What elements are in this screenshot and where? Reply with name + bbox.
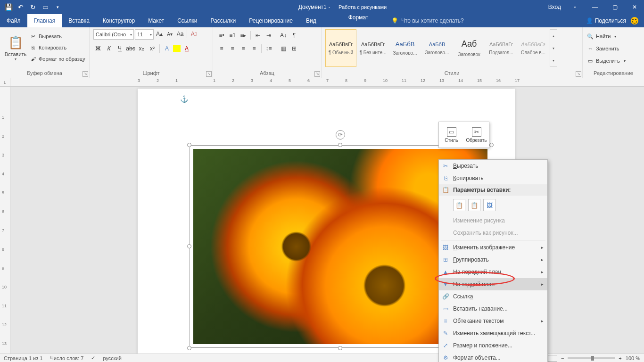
resize-handle-n[interactable] xyxy=(338,143,342,147)
italic-button[interactable]: К xyxy=(104,44,114,53)
resize-handle-nw[interactable] xyxy=(187,143,191,147)
paste-button[interactable]: 📋 Вставить ▾ xyxy=(4,29,27,67)
ctx-edit-image[interactable]: 🖼Изменить изображение▸ xyxy=(439,241,547,254)
redo-icon[interactable]: ↻ xyxy=(27,1,39,13)
maximize-icon[interactable]: ▢ xyxy=(605,0,624,14)
styles-dialog-launcher[interactable]: ↘ xyxy=(576,71,581,77)
superscript-button[interactable]: x² xyxy=(148,44,157,53)
style-subtitle[interactable]: АаБбВвГгПодзагол... xyxy=(486,29,517,67)
horizontal-ruler[interactable]: 3211234567891011121314151617 xyxy=(10,78,644,87)
tab-references[interactable]: Ссылки xyxy=(171,14,204,27)
format-painter-button[interactable]: 🖌Формат по образцу xyxy=(29,54,85,64)
ribbon-options-icon[interactable]: ▫ xyxy=(566,0,585,14)
qat-more-icon[interactable]: ▾ xyxy=(52,1,63,13)
bold-button[interactable]: Ж xyxy=(93,44,103,53)
new-doc-icon[interactable]: ▭ xyxy=(40,1,51,13)
align-center-icon[interactable]: ≡ xyxy=(228,44,237,53)
font-size-combo[interactable]: 11 xyxy=(135,29,154,40)
increase-indent-icon[interactable]: ⇥ xyxy=(264,31,273,40)
subscript-button[interactable]: x₂ xyxy=(137,44,146,53)
tab-mailings[interactable]: Рассылки xyxy=(204,14,242,27)
align-left-icon[interactable]: ≡ xyxy=(217,44,226,53)
ctx-size-position[interactable]: ⤢Размер и положение... xyxy=(439,339,547,352)
share-button[interactable]: 👤 Поделиться xyxy=(586,17,626,24)
status-language[interactable]: русский xyxy=(103,355,121,361)
ctx-send-back[interactable]: ▼На задний план▸ xyxy=(439,278,547,290)
zoom-out-icon[interactable]: − xyxy=(561,355,564,361)
ctx-link[interactable]: 🔗Ссылка xyxy=(439,290,547,303)
paste-option-1[interactable]: 📋 xyxy=(453,199,465,211)
zoom-value[interactable]: 100 % xyxy=(626,355,640,361)
sort-icon[interactable]: A↓ xyxy=(279,31,288,40)
align-right-icon[interactable]: ≡ xyxy=(239,44,248,53)
underline-button[interactable]: Ч xyxy=(115,44,124,53)
feedback-smiley-icon[interactable] xyxy=(631,17,638,25)
undo-icon[interactable]: ↶ xyxy=(15,1,26,13)
find-button[interactable]: 🔍Найти▾ xyxy=(586,31,626,41)
font-dialog-launcher[interactable]: ↘ xyxy=(206,71,212,77)
show-marks-icon[interactable]: ¶ xyxy=(289,31,299,40)
ctx-insert-caption[interactable]: ▭Вставить название... xyxy=(439,303,547,315)
mini-style-button[interactable]: ▭ Стиль xyxy=(439,122,464,148)
tab-layout[interactable]: Макет xyxy=(141,14,171,27)
rotation-handle[interactable]: ⟳ xyxy=(336,130,345,140)
bullets-icon[interactable]: ≡• xyxy=(217,31,226,40)
multilevel-icon[interactable]: ≡▸ xyxy=(239,31,248,40)
ctx-cut[interactable]: ✂ВВырезатьырезать xyxy=(439,160,547,172)
font-name-combo[interactable]: Calibri (Осно xyxy=(93,29,134,40)
styles-gallery[interactable]: АаБбВвГг¶ Обычный АаБбВвГг¶ Без инте... … xyxy=(325,29,557,67)
decrease-indent-icon[interactable]: ⇤ xyxy=(253,31,263,40)
style-heading1[interactable]: АаБбВЗаголово... xyxy=(389,29,421,67)
highlight-icon[interactable] xyxy=(173,45,181,52)
clear-format-icon[interactable]: A⃠ xyxy=(189,29,198,39)
tab-review[interactable]: Рецензирование xyxy=(242,14,299,27)
document-area[interactable]: ⚓ ⟳ xyxy=(10,87,644,354)
save-icon[interactable]: 💾 xyxy=(3,1,14,13)
text-effects-icon[interactable]: A xyxy=(162,44,172,53)
shrink-font-icon[interactable]: A▾ xyxy=(165,29,174,39)
ctx-bring-front[interactable]: ▲На передний план▸ xyxy=(439,266,547,278)
styles-gallery-more[interactable]: ▴▾▾ xyxy=(550,29,557,67)
resize-handle-s[interactable] xyxy=(338,346,342,350)
style-title[interactable]: АабЗаголовок xyxy=(454,29,485,67)
line-spacing-icon[interactable]: ↕≡ xyxy=(264,44,273,53)
style-subtle[interactable]: АаБбВвГгСлабое в... xyxy=(518,29,549,67)
status-page[interactable]: Страница 1 из 1 xyxy=(4,355,42,361)
resize-handle-sw[interactable] xyxy=(187,346,191,350)
ctx-wrap-text[interactable]: ≡Обтекание текстом▸ xyxy=(439,315,547,327)
status-spellcheck-icon[interactable]: ✓ xyxy=(91,355,95,361)
grow-font-icon[interactable]: A▴ xyxy=(155,29,164,39)
style-heading2[interactable]: АаБбВЗаголово... xyxy=(421,29,453,67)
justify-icon[interactable]: ≡ xyxy=(249,44,259,53)
tab-view[interactable]: Вид xyxy=(299,14,323,27)
ctx-format-object[interactable]: ⚙Формат объекта... xyxy=(439,352,547,362)
font-color-icon[interactable]: A xyxy=(182,44,191,53)
cut-button[interactable]: ✂Вырезать xyxy=(29,31,85,41)
login-button[interactable]: Вход xyxy=(548,4,561,10)
zoom-in-icon[interactable]: + xyxy=(619,355,621,361)
tab-design[interactable]: Конструктор xyxy=(96,14,141,27)
minimize-icon[interactable]: — xyxy=(586,0,604,14)
replace-button[interactable]: ↔Заменить xyxy=(586,43,626,54)
paste-option-3[interactable]: 🖼 xyxy=(483,199,495,211)
ctx-alt-text[interactable]: ✎Изменить замещающий текст... xyxy=(439,327,547,339)
vertical-ruler[interactable]: 12345678910111213 xyxy=(0,87,10,354)
ctx-copy[interactable]: ⎘Копировать xyxy=(439,172,547,184)
style-no-spacing[interactable]: АаБбВвГг¶ Без инте... xyxy=(357,29,388,67)
paste-option-2[interactable]: 📋 xyxy=(468,199,480,211)
close-icon[interactable]: ✕ xyxy=(625,0,644,14)
ctx-group[interactable]: ⊞Группировать▸ xyxy=(439,254,547,266)
copy-button[interactable]: ⎘Копировать xyxy=(29,42,85,53)
view-web-icon[interactable] xyxy=(548,355,557,362)
clipboard-dialog-launcher[interactable]: ↘ xyxy=(83,71,88,77)
borders-icon[interactable]: ⊞ xyxy=(289,44,299,53)
tell-me-search[interactable]: 💡 Что вы хотите сделать? xyxy=(391,14,464,27)
zoom-slider[interactable] xyxy=(568,357,615,359)
shading-icon[interactable]: ▦ xyxy=(279,44,288,53)
strikethrough-button[interactable]: abc xyxy=(126,44,135,53)
tab-home[interactable]: Главная xyxy=(27,14,62,27)
numbering-icon[interactable]: ≡1 xyxy=(228,31,237,40)
paragraph-dialog-launcher[interactable]: ↘ xyxy=(314,71,320,77)
change-case-icon[interactable]: Aa xyxy=(175,29,185,39)
tab-format[interactable]: Формат xyxy=(330,14,387,21)
